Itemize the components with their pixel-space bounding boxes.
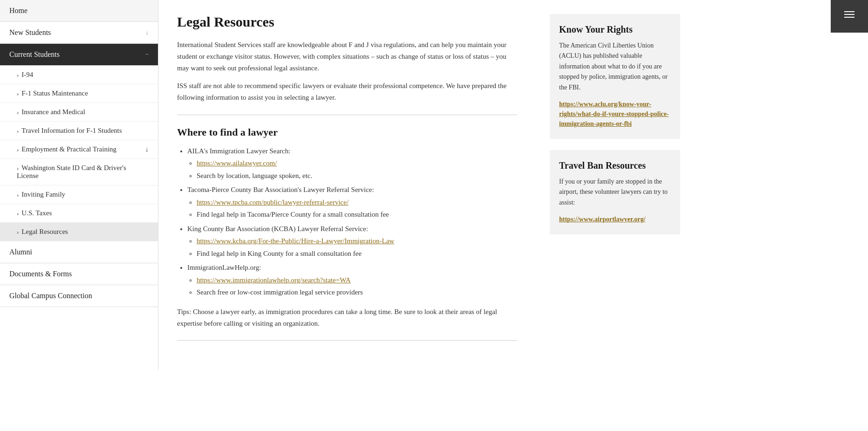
chevron-right-icon: › [17, 71, 19, 78]
sidebar-item-label: Home [9, 7, 27, 15]
sidebar-item-label: Alumni [9, 248, 32, 256]
resource-sub-item-3-1: Search free or low-cost immigration lega… [197, 287, 517, 298]
sidebar-item-home[interactable]: Home [0, 0, 158, 22]
section-divider [177, 115, 517, 115]
sidebar-item-label: ›F-1 Status Maintenance [17, 89, 88, 97]
info-card-text-know-your-rights: The American Civil Liberties Union (ACLU… [559, 41, 671, 93]
sidebar-item-travel[interactable]: ›Travel Information for F-1 Students [0, 122, 158, 140]
chevron-right-icon: › [17, 228, 19, 235]
resource-item-2: King County Bar Association (KCBA) Lawye… [187, 224, 517, 259]
menu-button[interactable] [831, 0, 868, 33]
resource-sub-item-0-1: Search by location, language spoken, etc… [197, 171, 517, 181]
sidebar-item-insurance[interactable]: ›Insurance and Medical [0, 103, 158, 122]
tips-paragraph: Tips: Choose a lawyer early, as immigrat… [177, 306, 517, 329]
info-card-title-know-your-rights: Know Your Rights [559, 24, 671, 35]
sidebar-item-inviting-family[interactable]: ›Inviting Family [0, 185, 158, 204]
resource-link-0-0[interactable]: https://www.ailalawyer.com/ [197, 159, 277, 167]
sidebar-item-legal-resources[interactable]: ›Legal Resources [0, 223, 158, 241]
resource-sub-item-3-0: https://www.immigrationlawhelp.org/searc… [197, 275, 517, 286]
sidebar-item-f1-status[interactable]: ›F-1 Status Maintenance [0, 84, 158, 103]
sidebar-item-label: ›Legal Resources [17, 228, 68, 236]
sidebar-item-label: Global Campus Connection [9, 292, 92, 300]
sidebar-item-label: ›Washington State ID Card & Driver's Lic… [17, 164, 149, 180]
resource-link-2-0[interactable]: https://www.kcba.org/For-the-Public/Hire… [197, 237, 394, 245]
sidebar-item-label: ›Travel Information for F-1 Students [17, 127, 122, 135]
sidebar-item-label: ›Insurance and Medical [17, 108, 85, 116]
sidebar-item-new-students[interactable]: New Students↓ [0, 22, 158, 44]
resource-sub-list-0: https://www.ailalawyer.com/Search by loc… [187, 158, 517, 181]
sidebar-item-i-94[interactable]: ›I-94 [0, 66, 158, 84]
info-card-travel-ban: Travel Ban ResourcesIf you or your famil… [550, 150, 680, 234]
chevron-down-icon: ↓ [145, 145, 149, 153]
chevron-right-icon: › [17, 164, 19, 171]
resource-sub-list-3: https://www.immigrationlawhelp.org/searc… [187, 275, 517, 298]
intro-paragraph-2: ISS staff are not able to recommend spec… [177, 80, 517, 103]
resource-link-3-0[interactable]: https://www.immigrationlawhelp.org/searc… [197, 276, 350, 284]
sidebar-item-employment[interactable]: ›Employment & Practical Training↓ [0, 140, 158, 159]
info-card-link-travel-ban[interactable]: https://www.airportlawyer.org/ [559, 214, 671, 224]
sidebar-item-global-campus[interactable]: Global Campus Connection [0, 285, 158, 307]
sidebar-item-label: ›Employment & Practical Training [17, 145, 116, 153]
resource-item-1: Tacoma-Pierce County Bar Association's L… [187, 185, 517, 220]
minus-icon: − [145, 51, 149, 58]
resource-sub-list-1: https://www.tpcba.com/public/lawyer-refe… [187, 197, 517, 220]
sidebar-item-wa-id[interactable]: ›Washington State ID Card & Driver's Lic… [0, 159, 158, 185]
info-card-title-travel-ban: Travel Ban Resources [559, 160, 671, 171]
sidebar-item-label: ›U.S. Taxes [17, 209, 52, 217]
sidebar-item-us-taxes[interactable]: ›U.S. Taxes [0, 204, 158, 223]
sidebar: HomeNew Students↓Current Students−›I-94›… [0, 0, 158, 370]
intro-paragraph-1: International Student Services staff are… [177, 39, 517, 74]
where-to-find-lawyer-heading: Where to find a lawyer [177, 126, 517, 138]
resource-link-1-0[interactable]: https://www.tpcba.com/public/lawyer-refe… [197, 198, 349, 206]
chevron-right-icon: › [17, 191, 19, 198]
page-title: Legal Resources [177, 14, 517, 30]
sidebar-item-documents-forms[interactable]: Documents & Forms [0, 263, 158, 285]
resource-sub-item-2-0: https://www.kcba.org/For-the-Public/Hire… [197, 236, 517, 246]
bottom-divider [177, 340, 517, 341]
sidebar-item-label: Current Students [9, 50, 60, 59]
sidebar-item-alumni[interactable]: Alumni [0, 241, 158, 263]
resource-sub-item-2-1: Find legal help in King County for a sma… [197, 248, 517, 259]
menu-icon [844, 11, 854, 18]
resource-sub-list-2: https://www.kcba.org/For-the-Public/Hire… [187, 236, 517, 259]
resource-item-3: ImmigrationLawHelp.org:https://www.immig… [187, 262, 517, 298]
chevron-right-icon: › [17, 210, 19, 217]
sidebar-item-label: New Students [9, 28, 51, 37]
sidebar-item-current-students[interactable]: Current Students− [0, 44, 158, 66]
main-content: Legal ResourcesInternational Student Ser… [158, 0, 540, 370]
info-card-know-your-rights: Know Your RightsThe American Civil Liber… [550, 14, 680, 139]
chevron-right-icon: › [17, 90, 19, 97]
chevron-right-icon: › [17, 127, 19, 134]
sidebar-item-label: ›I-94 [17, 71, 33, 79]
resource-sub-item-1-0: https://www.tpcba.com/public/lawyer-refe… [197, 197, 517, 208]
sidebar-item-label: Documents & Forms [9, 270, 72, 278]
sidebar-item-label: ›Inviting Family [17, 191, 65, 198]
resources-list: AILA's Immigration Lawyer Search:https:/… [177, 146, 517, 298]
info-card-link-know-your-rights[interactable]: https://www.aclu.org/know-your-rights/wh… [559, 99, 671, 129]
info-card-text-travel-ban: If you or your family are stopped in the… [559, 177, 671, 208]
resource-sub-item-0-0: https://www.ailalawyer.com/ [197, 158, 517, 169]
right-sidebar: Know Your RightsThe American Civil Liber… [540, 0, 690, 370]
chevron-right-icon: › [17, 146, 19, 153]
chevron-right-icon: › [17, 109, 19, 116]
chevron-down-icon: ↓ [146, 29, 149, 36]
resource-item-0: AILA's Immigration Lawyer Search:https:/… [187, 146, 517, 181]
resource-sub-item-1-1: Find legal help in Tacoma/Pierce County … [197, 209, 517, 220]
